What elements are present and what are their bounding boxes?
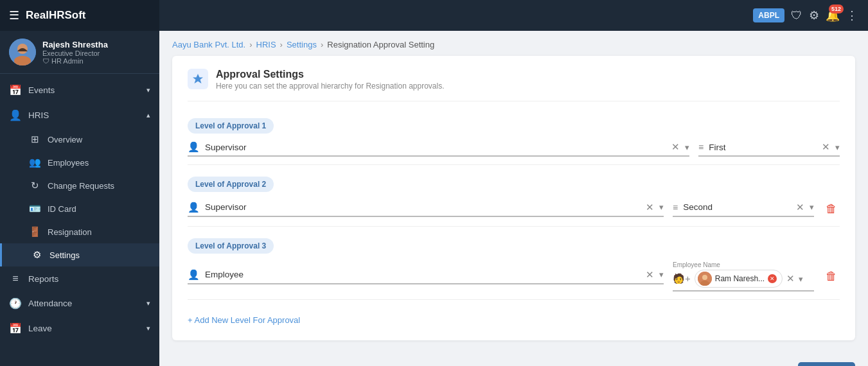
list-icon: ≡ [698,142,704,152]
chevron-down-icon[interactable]: ▾ [659,202,664,212]
sidebar-header: ☰ RealHRSoft [0,0,159,31]
employee-avatar [698,272,712,286]
change-requests-icon: ↻ [28,180,41,191]
employee-field-label: Employee Name [673,261,814,268]
sidebar-user: Rajesh Shrestha Executive Director 🛡 HR … [0,31,159,74]
id-card-icon: 🪪 [28,203,41,214]
level-1-badge: Level of Approval 1 [188,118,274,134]
clear-icon[interactable]: ✕ [646,202,654,213]
user-title: Executive Director [42,49,108,57]
chevron-down-icon: ▾ [146,324,150,333]
hamburger-icon[interactable]: ☰ [9,8,19,22]
attendance-icon: 🕐 [9,297,22,309]
level-1-order-field[interactable]: ≡ First ✕ ▾ [698,141,840,157]
notification-count: 512 [829,4,844,13]
leave-icon: 📅 [9,322,22,335]
approval-level-2: Level of Approval 2 👤 Supervisor ✕ ▾ ≡ S… [188,173,840,218]
sidebar-item-reports[interactable]: ≡ Reports [0,266,159,291]
breadcrumb-sep-3: › [321,40,323,49]
approval-level-3: Level of Approval 3 👤 Employee ✕ ▾ Emplo… [188,234,840,292]
breadcrumb-hris[interactable]: HRIS [256,40,276,49]
overview-icon: ⊞ [28,134,41,145]
level-3-row: 👤 Employee ✕ ▾ Employee Name 🧑+ [188,261,840,292]
clear-icon[interactable]: ✕ [822,141,830,153]
user-name: Rajesh Shrestha [42,40,108,49]
level-3-approver-value: Employee [205,270,641,279]
level-2-order-field[interactable]: ≡ Second ✕ ▾ [673,202,814,217]
content-area: Aayu Bank Pvt. Ltd. › HRIS › Settings › … [159,31,868,366]
clear-icon[interactable]: ✕ [671,141,680,153]
person-icon: 👤 [188,269,200,281]
employee-chip: Ram Naresh... ✕ [695,270,783,288]
remove-employee-button[interactable]: ✕ [768,274,777,283]
clear-icon[interactable]: ✕ [796,202,804,213]
main-area: ABPL 🛡 ⚙ 🔔 512 ⋮ Aayu Bank Pvt. Ltd. › H… [159,0,868,366]
user-info: Rajesh Shrestha Executive Director 🛡 HR … [42,40,108,65]
person-icon: 👤 [188,141,200,153]
sidebar-item-hris[interactable]: 👤 HRIS ▴ [0,103,159,128]
svg-point-4 [702,275,707,280]
topbar-actions: ABPL 🛡 ⚙ 🔔 512 ⋮ [753,8,858,22]
breadcrumb-sep-1: › [249,40,252,49]
hris-icon: 👤 [9,109,22,121]
resignation-icon: 🚪 [28,226,41,238]
topbar: ABPL 🛡 ⚙ 🔔 512 ⋮ [159,0,868,31]
user-role: 🛡 HR Admin [42,57,108,65]
level-1-approver-field[interactable]: 👤 Supervisor ✕ ▾ [188,141,689,157]
chevron-down-icon[interactable]: ▾ [685,143,689,152]
card-header-text: Approval Settings Here you can set the a… [216,69,445,91]
sidebar-item-events[interactable]: 📅 Events ▾ [0,78,159,103]
person-icon: 👤 [188,202,200,213]
notification-bell-icon[interactable]: 🔔 512 [826,8,840,22]
sidebar: ☰ RealHRSoft Rajesh Shrestha Executive D… [0,0,159,366]
company-badge[interactable]: ABPL [753,8,784,22]
sidebar-item-employees[interactable]: 👥 Employees [0,151,159,174]
breadcrumb-company[interactable]: Aayu Bank Pvt. Ltd. [172,40,245,49]
sidebar-nav: 📅 Events ▾ 👤 HRIS ▴ ⊞ Overview 👥 Employe… [0,74,159,366]
level-1-approver-value: Supervisor [205,143,666,152]
chevron-down-icon[interactable]: ▾ [799,274,803,284]
level-2-badge: Level of Approval 2 [188,177,274,192]
sidebar-item-settings[interactable]: ⚙ Settings [0,243,159,266]
more-options-icon[interactable]: ⋮ [846,8,858,22]
save-button[interactable]: Save [798,362,855,366]
delete-level-2-button[interactable]: 🗑 [823,200,840,218]
breadcrumb-current: Resignation Approval Setting [327,40,434,49]
breadcrumb: Aayu Bank Pvt. Ltd. › HRIS › Settings › … [159,31,868,56]
app-title: RealHRSoft [26,9,86,22]
level-1-order-value: First [709,143,817,152]
list-icon: ≡ [673,202,678,213]
settings-gear-icon[interactable]: ⚙ [809,8,819,22]
settings-icon: ⚙ [30,249,43,261]
level-2-approver-field[interactable]: 👤 Supervisor ✕ ▾ [188,202,664,217]
level-3-approver-field[interactable]: 👤 Employee ✕ ▾ [188,269,664,284]
card-header: Approval Settings Here you can set the a… [188,69,840,101]
clear-icon[interactable]: ✕ [646,269,654,281]
chevron-down-icon[interactable]: ▾ [810,202,814,212]
level-3-employee-field-wrap: Employee Name 🧑+ [673,261,814,292]
delete-level-3-button[interactable]: 🗑 [823,267,840,286]
add-level-button[interactable]: + Add New Level For Approval [188,313,300,327]
events-icon: 📅 [9,84,22,96]
sidebar-item-change-requests[interactable]: ↻ Change Requests [0,174,159,197]
chevron-down-icon[interactable]: ▾ [659,270,664,279]
shield-icon[interactable]: 🛡 [791,9,802,22]
approval-icon [188,69,208,89]
clear-icon[interactable]: ✕ [786,273,795,284]
avatar [9,39,36,65]
level-3-employee-field[interactable]: 🧑+ Ram Naresh... [673,270,814,292]
breadcrumb-settings[interactable]: Settings [287,40,317,49]
chevron-down-icon: ▾ [146,299,150,308]
sidebar-item-id-card[interactable]: 🪪 ID Card [0,197,159,220]
card-title: Approval Settings [216,69,445,80]
level-2-approver-value: Supervisor [205,202,641,212]
sidebar-item-resignation[interactable]: 🚪 Resignation [0,220,159,243]
reports-icon: ≡ [9,273,22,284]
approval-settings-card: Approval Settings Here you can set the a… [172,56,855,340]
chevron-down-icon[interactable]: ▾ [835,143,840,152]
level-2-row: 👤 Supervisor ✕ ▾ ≡ Second ✕ ▾ 🗑 [188,200,840,218]
chevron-down-icon: ▾ [146,86,150,94]
sidebar-item-attendance[interactable]: 🕐 Attendance ▾ [0,291,159,316]
sidebar-item-overview[interactable]: ⊞ Overview [0,128,159,151]
sidebar-item-leave[interactable]: 📅 Leave ▾ [0,316,159,341]
